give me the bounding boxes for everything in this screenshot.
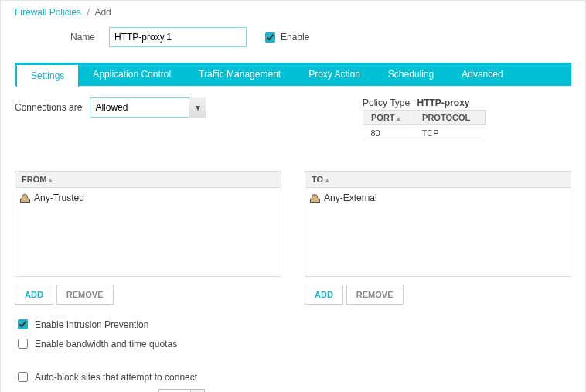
enable-label[interactable]: Enable [281,32,309,43]
alias-icon [20,193,29,203]
from-header[interactable]: FROM [15,171,281,188]
breadcrumb-separator: / [87,7,89,18]
alias-icon [310,193,319,203]
ips-checkbox[interactable] [18,319,28,329]
tab-scheduling[interactable]: Scheduling [374,63,448,86]
to-add-button[interactable]: ADD [305,285,343,305]
tab-advanced[interactable]: Advanced [448,63,516,86]
protocol-header[interactable]: PROTOCOL [414,111,486,125]
policy-type-label: Policy Type [363,97,410,108]
port-cell: 80 [363,125,414,141]
from-add-button[interactable]: ADD [15,285,53,305]
from-list[interactable]: Any-Trusted [15,188,281,277]
from-item-label: Any-Trusted [34,193,84,203]
tab-traffic-management[interactable]: Traffic Management [185,63,295,86]
name-input[interactable] [109,27,247,47]
port-header[interactable]: PORT [363,111,414,125]
breadcrumb: Firewall Policies / Add [1,1,585,19]
connections-select[interactable]: Allowed [90,97,206,118]
enable-checkbox[interactable] [265,32,275,43]
table-row[interactable]: 80 TCP [363,125,486,141]
protocol-cell: TCP [414,125,486,141]
ips-label: Enable Intrusion Prevention [35,319,148,330]
tab-proxy-action[interactable]: Proxy Action [295,63,374,86]
list-item[interactable]: Any-External [310,191,566,205]
to-header[interactable]: TO [305,171,571,188]
autoblock-checkbox[interactable] [18,372,28,382]
quotas-label: Enable bandwidth and time quotas [35,339,177,349]
breadcrumb-current: Add [94,7,111,18]
tabs-bar: Settings Application Control Traffic Man… [15,63,571,86]
tab-settings[interactable]: Settings [16,64,79,87]
breadcrumb-parent-link[interactable]: Firewall Policies [15,7,81,18]
policy-type-value: HTTP-proxy [417,97,470,108]
to-item-label: Any-External [324,193,377,203]
port-protocol-table: PORT PROTOCOL 80 TCP [363,110,486,141]
autoblock-label: Auto-block sites that attempt to connect [35,372,197,383]
quotas-checkbox[interactable] [18,339,28,349]
name-label: Name [70,32,95,43]
from-remove-button[interactable]: REMOVE [56,285,114,305]
list-item[interactable]: Any-Trusted [20,191,276,205]
tab-application-control[interactable]: Application Control [79,63,185,86]
connections-label: Connections are [15,102,82,113]
timeout-spinner[interactable]: ▲ ▼ [158,389,205,392]
to-remove-button[interactable]: REMOVE [346,285,404,305]
to-list[interactable]: Any-External [305,188,571,277]
